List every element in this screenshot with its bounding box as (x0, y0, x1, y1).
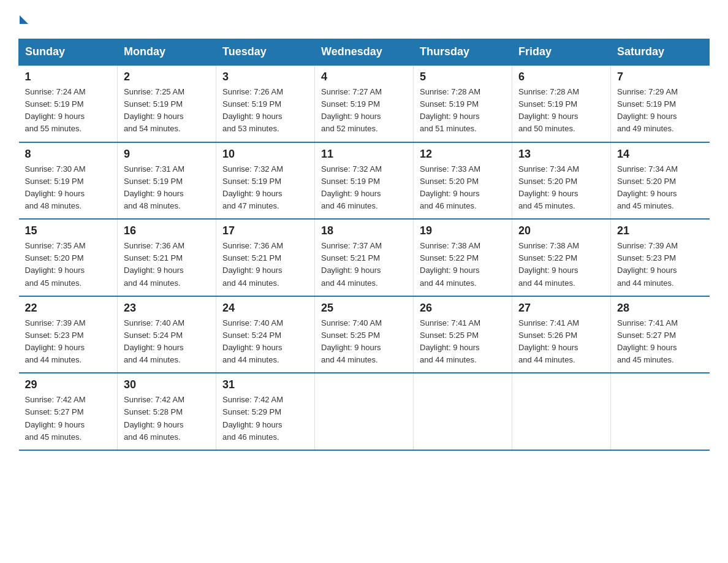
calendar-week-row: 29 Sunrise: 7:42 AMSunset: 5:27 PMDaylig… (19, 373, 710, 450)
calendar-cell: 15 Sunrise: 7:35 AMSunset: 5:20 PMDaylig… (19, 219, 118, 296)
calendar-cell: 24 Sunrise: 7:40 AMSunset: 5:24 PMDaylig… (216, 296, 315, 373)
calendar-cell: 28 Sunrise: 7:41 AMSunset: 5:27 PMDaylig… (611, 296, 710, 373)
calendar-week-row: 22 Sunrise: 7:39 AMSunset: 5:23 PMDaylig… (19, 296, 710, 373)
day-number: 20 (518, 224, 604, 237)
day-number: 26 (420, 302, 506, 315)
calendar-cell: 18 Sunrise: 7:37 AMSunset: 5:21 PMDaylig… (315, 219, 414, 296)
calendar-cell: 17 Sunrise: 7:36 AMSunset: 5:21 PMDaylig… (216, 219, 315, 296)
day-number: 1 (25, 71, 112, 83)
calendar-cell: 3 Sunrise: 7:26 AMSunset: 5:19 PMDayligh… (216, 65, 315, 142)
day-number: 13 (518, 148, 604, 161)
day-info: Sunrise: 7:41 AMSunset: 5:25 PMDaylight:… (420, 317, 506, 367)
day-info: Sunrise: 7:37 AMSunset: 5:21 PMDaylight:… (321, 240, 407, 289)
calendar-cell: 25 Sunrise: 7:40 AMSunset: 5:25 PMDaylig… (315, 296, 414, 373)
day-info: Sunrise: 7:28 AMSunset: 5:19 PMDaylight:… (518, 86, 604, 136)
day-number: 14 (617, 148, 703, 161)
calendar-cell (512, 373, 611, 450)
day-info: Sunrise: 7:26 AMSunset: 5:19 PMDaylight:… (222, 86, 308, 136)
calendar-cell: 1 Sunrise: 7:24 AMSunset: 5:19 PMDayligh… (19, 65, 118, 142)
calendar-cell: 31 Sunrise: 7:42 AMSunset: 5:29 PMDaylig… (216, 373, 315, 450)
day-info: Sunrise: 7:42 AMSunset: 5:28 PMDaylight:… (124, 394, 210, 443)
day-info: Sunrise: 7:27 AMSunset: 5:19 PMDaylight:… (321, 86, 407, 136)
day-info: Sunrise: 7:30 AMSunset: 5:19 PMDaylight:… (25, 163, 112, 213)
calendar-cell: 21 Sunrise: 7:39 AMSunset: 5:23 PMDaylig… (611, 219, 710, 296)
calendar-cell: 12 Sunrise: 7:33 AMSunset: 5:20 PMDaylig… (414, 142, 512, 220)
day-number: 6 (518, 71, 604, 83)
day-number: 31 (222, 378, 308, 391)
day-info: Sunrise: 7:36 AMSunset: 5:21 PMDaylight:… (124, 240, 210, 289)
calendar-cell (611, 373, 710, 450)
day-number: 29 (25, 378, 112, 391)
calendar-week-row: 1 Sunrise: 7:24 AMSunset: 5:19 PMDayligh… (19, 65, 710, 142)
day-number: 30 (124, 378, 210, 391)
day-info: Sunrise: 7:36 AMSunset: 5:21 PMDaylight:… (222, 240, 308, 289)
calendar-cell: 16 Sunrise: 7:36 AMSunset: 5:21 PMDaylig… (118, 219, 216, 296)
day-number: 4 (321, 71, 407, 83)
day-info: Sunrise: 7:25 AMSunset: 5:19 PMDaylight:… (124, 86, 210, 136)
calendar-header-friday: Friday (512, 39, 611, 66)
calendar-cell (414, 373, 512, 450)
calendar-cell (315, 373, 414, 450)
calendar-cell: 14 Sunrise: 7:34 AMSunset: 5:20 PMDaylig… (611, 142, 710, 220)
day-number: 22 (25, 302, 112, 315)
logo (18, 12, 28, 26)
day-number: 9 (124, 148, 210, 161)
calendar-week-row: 8 Sunrise: 7:30 AMSunset: 5:19 PMDayligh… (19, 142, 710, 220)
day-info: Sunrise: 7:34 AMSunset: 5:20 PMDaylight:… (617, 163, 703, 213)
day-info: Sunrise: 7:38 AMSunset: 5:22 PMDaylight:… (518, 240, 604, 289)
calendar-cell: 13 Sunrise: 7:34 AMSunset: 5:20 PMDaylig… (512, 142, 611, 220)
day-info: Sunrise: 7:39 AMSunset: 5:23 PMDaylight:… (617, 240, 703, 289)
day-number: 7 (617, 71, 703, 83)
day-info: Sunrise: 7:42 AMSunset: 5:29 PMDaylight:… (222, 394, 308, 443)
calendar-header-monday: Monday (118, 39, 216, 66)
calendar-cell: 5 Sunrise: 7:28 AMSunset: 5:19 PMDayligh… (414, 65, 512, 142)
calendar-header-tuesday: Tuesday (216, 39, 315, 66)
calendar-cell: 8 Sunrise: 7:30 AMSunset: 5:19 PMDayligh… (19, 142, 118, 220)
day-number: 16 (124, 224, 210, 237)
day-info: Sunrise: 7:40 AMSunset: 5:25 PMDaylight:… (321, 317, 407, 367)
calendar-header-saturday: Saturday (611, 39, 710, 66)
calendar-cell: 2 Sunrise: 7:25 AMSunset: 5:19 PMDayligh… (118, 65, 216, 142)
calendar-header-row: SundayMondayTuesdayWednesdayThursdayFrid… (19, 39, 710, 66)
calendar-cell: 9 Sunrise: 7:31 AMSunset: 5:19 PMDayligh… (118, 142, 216, 220)
day-number: 8 (25, 148, 112, 161)
calendar-cell: 10 Sunrise: 7:32 AMSunset: 5:19 PMDaylig… (216, 142, 315, 220)
calendar-cell: 4 Sunrise: 7:27 AMSunset: 5:19 PMDayligh… (315, 65, 414, 142)
day-info: Sunrise: 7:38 AMSunset: 5:22 PMDaylight:… (420, 240, 506, 289)
calendar-cell: 11 Sunrise: 7:32 AMSunset: 5:19 PMDaylig… (315, 142, 414, 220)
day-info: Sunrise: 7:31 AMSunset: 5:19 PMDaylight:… (124, 163, 210, 213)
calendar-cell: 6 Sunrise: 7:28 AMSunset: 5:19 PMDayligh… (512, 65, 611, 142)
day-info: Sunrise: 7:41 AMSunset: 5:27 PMDaylight:… (617, 317, 703, 367)
day-number: 17 (222, 224, 308, 237)
calendar-cell: 20 Sunrise: 7:38 AMSunset: 5:22 PMDaylig… (512, 219, 611, 296)
day-info: Sunrise: 7:40 AMSunset: 5:24 PMDaylight:… (124, 317, 210, 367)
page-header (18, 12, 710, 26)
day-info: Sunrise: 7:35 AMSunset: 5:20 PMDaylight:… (25, 240, 112, 289)
day-number: 3 (222, 71, 308, 83)
day-info: Sunrise: 7:24 AMSunset: 5:19 PMDaylight:… (25, 86, 112, 136)
day-info: Sunrise: 7:39 AMSunset: 5:23 PMDaylight:… (25, 317, 112, 367)
day-number: 27 (518, 302, 604, 315)
calendar-table: SundayMondayTuesdayWednesdayThursdayFrid… (18, 39, 710, 451)
day-number: 21 (617, 224, 703, 237)
day-number: 15 (25, 224, 112, 237)
day-info: Sunrise: 7:32 AMSunset: 5:19 PMDaylight:… (321, 163, 407, 213)
day-number: 18 (321, 224, 407, 237)
day-info: Sunrise: 7:34 AMSunset: 5:20 PMDaylight:… (518, 163, 604, 213)
calendar-header-wednesday: Wednesday (315, 39, 414, 66)
logo-triangle-icon (20, 15, 28, 24)
day-info: Sunrise: 7:32 AMSunset: 5:19 PMDaylight:… (222, 163, 308, 213)
day-number: 19 (420, 224, 506, 237)
calendar-cell: 30 Sunrise: 7:42 AMSunset: 5:28 PMDaylig… (118, 373, 216, 450)
calendar-week-row: 15 Sunrise: 7:35 AMSunset: 5:20 PMDaylig… (19, 219, 710, 296)
calendar-cell: 19 Sunrise: 7:38 AMSunset: 5:22 PMDaylig… (414, 219, 512, 296)
day-number: 10 (222, 148, 308, 161)
day-number: 12 (420, 148, 506, 161)
calendar-cell: 22 Sunrise: 7:39 AMSunset: 5:23 PMDaylig… (19, 296, 118, 373)
day-info: Sunrise: 7:40 AMSunset: 5:24 PMDaylight:… (222, 317, 308, 367)
day-number: 28 (617, 302, 703, 315)
calendar-header-sunday: Sunday (19, 39, 118, 66)
day-info: Sunrise: 7:33 AMSunset: 5:20 PMDaylight:… (420, 163, 506, 213)
day-info: Sunrise: 7:28 AMSunset: 5:19 PMDaylight:… (420, 86, 506, 136)
day-number: 2 (124, 71, 210, 83)
